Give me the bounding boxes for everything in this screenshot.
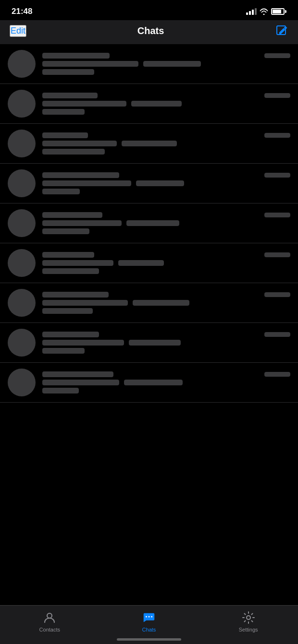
avatar [8, 369, 36, 396]
nav-bar: Edit Chats [0, 20, 298, 44]
compose-button[interactable] [275, 24, 288, 37]
message-preview-placeholder-2 [143, 61, 201, 67]
list-item[interactable] [0, 243, 298, 283]
message-preview-placeholder [42, 101, 126, 107]
time-placeholder [264, 93, 290, 98]
list-item[interactable] [0, 363, 298, 403]
time-placeholder [264, 292, 290, 297]
tab-settings[interactable]: Settings [229, 610, 268, 632]
avatar [8, 169, 36, 197]
tab-contacts-label: Contacts [39, 627, 60, 632]
settings-icon [241, 610, 256, 625]
chat-content [42, 212, 290, 234]
avatar [8, 249, 36, 277]
message-preview-placeholder-2 [124, 380, 183, 385]
time-placeholder [264, 53, 290, 58]
time-placeholder [264, 332, 290, 337]
contact-name-placeholder [42, 292, 109, 298]
message-preview-placeholder-3 [42, 268, 99, 274]
list-item[interactable] [0, 44, 298, 84]
svg-point-5 [247, 616, 250, 620]
tab-contacts[interactable]: Contacts [30, 610, 69, 632]
chats-icon [142, 610, 156, 625]
message-preview-placeholder-3 [42, 308, 93, 314]
message-preview-placeholder-3 [42, 149, 105, 155]
message-preview-placeholder [42, 180, 131, 186]
message-preview-placeholder [42, 220, 122, 226]
svg-point-1 [47, 613, 52, 618]
message-preview-placeholder [42, 141, 117, 146]
contact-name-placeholder [42, 132, 88, 138]
chat-list [0, 44, 298, 403]
avatar [8, 90, 36, 118]
list-item[interactable] [0, 323, 298, 363]
status-bar: 21:48 [0, 0, 298, 20]
list-item[interactable] [0, 283, 298, 323]
home-indicator [117, 638, 181, 641]
chat-content [42, 252, 290, 274]
contact-name-placeholder [42, 371, 113, 377]
svg-point-3 [149, 616, 150, 618]
time-placeholder [264, 252, 290, 257]
message-preview-placeholder-2 [122, 141, 177, 146]
chat-content [42, 93, 290, 115]
message-preview-placeholder-2 [133, 300, 189, 306]
message-preview-placeholder-2 [131, 101, 182, 107]
time-placeholder [264, 173, 290, 178]
chat-content [42, 172, 290, 194]
list-item[interactable] [0, 164, 298, 203]
avatar [8, 209, 36, 237]
message-preview-placeholder [42, 380, 119, 385]
message-preview-placeholder [42, 260, 113, 266]
message-preview-placeholder [42, 340, 124, 346]
contact-name-placeholder [42, 212, 102, 218]
message-preview-placeholder-2 [118, 260, 164, 266]
list-item[interactable] [0, 84, 298, 124]
contact-name-placeholder [42, 93, 98, 98]
wifi-icon [260, 8, 268, 15]
avatar [8, 289, 36, 317]
contact-name-placeholder [42, 252, 94, 258]
signal-icon [246, 8, 257, 15]
chat-content [42, 132, 290, 155]
status-time: 21:48 [12, 7, 32, 16]
message-preview-placeholder-3 [42, 189, 80, 194]
message-preview-placeholder-3 [42, 69, 94, 75]
page-title: Chats [137, 25, 164, 36]
tab-settings-label: Settings [239, 627, 258, 632]
edit-button[interactable]: Edit [10, 25, 26, 37]
message-preview-placeholder-3 [42, 109, 85, 115]
contacts-icon [42, 610, 57, 625]
contact-name-placeholder [42, 172, 119, 178]
time-placeholder [264, 133, 290, 138]
battery-icon [271, 8, 286, 15]
contact-name-placeholder [42, 332, 99, 337]
time-placeholder [264, 213, 290, 217]
message-preview-placeholder-3 [42, 388, 79, 394]
message-preview-placeholder-3 [42, 228, 89, 234]
list-item[interactable] [0, 203, 298, 243]
time-placeholder [264, 372, 290, 377]
contact-name-placeholder [42, 53, 110, 59]
message-preview-placeholder-2 [126, 220, 179, 226]
message-preview-placeholder [42, 300, 128, 306]
avatar [8, 130, 36, 157]
chat-content [42, 53, 290, 75]
compose-icon [275, 24, 288, 37]
tab-chats-label: Chats [142, 627, 156, 632]
svg-point-4 [151, 616, 152, 618]
avatar [8, 50, 36, 78]
status-icons [246, 8, 286, 15]
chat-content [42, 332, 290, 354]
chat-content [42, 371, 290, 394]
list-item[interactable] [0, 124, 298, 164]
message-preview-placeholder [42, 61, 138, 67]
tab-chats[interactable]: Chats [130, 610, 168, 632]
avatar [8, 329, 36, 357]
message-preview-placeholder-2 [129, 340, 181, 346]
chat-content [42, 292, 290, 314]
svg-point-2 [146, 616, 147, 618]
message-preview-placeholder-3 [42, 348, 85, 354]
message-preview-placeholder-2 [136, 180, 184, 186]
